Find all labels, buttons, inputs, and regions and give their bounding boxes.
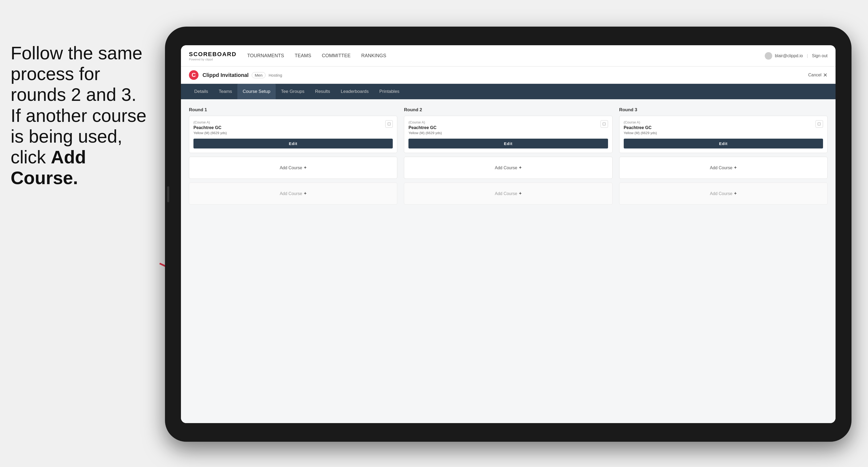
round-3-course-label: (Course A) bbox=[624, 120, 815, 124]
rounds-grid: Round 1 (Course A) Peachtree GC Yellow (… bbox=[189, 107, 828, 208]
tab-bar: Details Teams Course Setup Tee Groups Re… bbox=[181, 84, 836, 99]
tab-results[interactable]: Results bbox=[310, 84, 336, 99]
round-1-add-course-1[interactable]: Add Course + bbox=[189, 157, 397, 179]
logo-area: SCOREBOARD Powered by clippd bbox=[189, 51, 237, 61]
nav-committee[interactable]: COMMITTEE bbox=[322, 52, 351, 60]
round-1-course-card: (Course A) Peachtree GC Yellow (M) (6629… bbox=[189, 116, 397, 153]
round-1-label: Round 1 bbox=[189, 107, 397, 113]
tab-teams[interactable]: Teams bbox=[213, 84, 237, 99]
round-3-course-details: Yellow (M) (6629 yds) bbox=[624, 131, 815, 135]
scoreboard-logo: SCOREBOARD bbox=[189, 51, 237, 58]
cancel-button[interactable]: Cancel ✕ bbox=[808, 72, 828, 78]
add-course-label-1: Add Course bbox=[280, 165, 302, 170]
round-3-edit-button[interactable]: Edit bbox=[624, 138, 823, 149]
round-1-column: Round 1 (Course A) Peachtree GC Yellow (… bbox=[189, 107, 397, 208]
tablet-shell: SCOREBOARD Powered by clippd TOURNAMENTS… bbox=[165, 27, 851, 442]
round-3-add-course-1[interactable]: Add Course + bbox=[619, 157, 828, 179]
user-email: blair@clippd.io bbox=[775, 54, 803, 58]
round-2-edit-button[interactable]: Edit bbox=[408, 138, 608, 149]
round-1-add-course-2: Add Course + bbox=[189, 183, 397, 205]
round-3-label: Round 3 bbox=[619, 107, 828, 113]
instruction-text: Follow the same process for rounds 2 and… bbox=[0, 42, 165, 188]
main-content: Round 1 (Course A) Peachtree GC Yellow (… bbox=[181, 99, 836, 423]
round-2-add-course-label-1: Add Course bbox=[495, 165, 517, 170]
add-course-plus-icon-1: + bbox=[304, 165, 307, 170]
powered-by: Powered by clippd bbox=[189, 58, 237, 61]
nav-teams[interactable]: TEAMS bbox=[295, 52, 311, 60]
brand-logo: C bbox=[189, 70, 198, 80]
round-1-course-details: Yellow (M) (6629 yds) bbox=[193, 131, 385, 135]
add-course-label-2: Add Course bbox=[280, 191, 302, 196]
nav-rankings[interactable]: RANKINGS bbox=[361, 52, 386, 60]
round-2-course-label: (Course A) bbox=[408, 120, 600, 124]
sign-out-link[interactable]: Sign out bbox=[812, 54, 828, 58]
tournament-title: Clippd Invitational bbox=[203, 72, 249, 78]
round-3-add-course-2: Add Course + bbox=[619, 183, 828, 205]
round-1-edit-button[interactable]: Edit bbox=[193, 138, 393, 149]
round-2-course-card: (Course A) Peachtree GC Yellow (M) (6629… bbox=[404, 116, 612, 153]
add-course-plus-icon-2: + bbox=[304, 191, 307, 196]
round-1-delete-button[interactable]: ☐ bbox=[385, 120, 393, 128]
round-3-add-course-label-1: Add Course bbox=[710, 165, 733, 170]
top-nav: SCOREBOARD Powered by clippd TOURNAMENTS… bbox=[181, 45, 836, 66]
round-2-delete-button[interactable]: ☐ bbox=[600, 120, 608, 128]
round-3-column: Round 3 (Course A) Peachtree GC Yellow (… bbox=[619, 107, 828, 208]
round-3-add-course-plus-2: + bbox=[734, 191, 737, 196]
tab-tee-groups[interactable]: Tee Groups bbox=[276, 84, 310, 99]
round-2-add-course-plus-1: + bbox=[519, 165, 522, 170]
round-1-course-label: (Course A) bbox=[193, 120, 385, 124]
round-1-course-name: Peachtree GC bbox=[193, 125, 385, 130]
round-2-column: Round 2 (Course A) Peachtree GC Yellow (… bbox=[404, 107, 612, 208]
user-avatar bbox=[765, 52, 772, 60]
tournament-badge: Men bbox=[252, 72, 265, 78]
tab-leaderboards[interactable]: Leaderboards bbox=[336, 84, 374, 99]
hosting-label: Hosting bbox=[269, 73, 282, 77]
tab-details[interactable]: Details bbox=[189, 84, 213, 99]
sub-header: C Clippd Invitational Men Hosting Cancel… bbox=[181, 66, 836, 84]
round-2-course-name: Peachtree GC bbox=[408, 125, 600, 130]
round-2-add-course-label-2: Add Course bbox=[495, 191, 517, 196]
round-2-course-details: Yellow (M) (6629 yds) bbox=[408, 131, 600, 135]
round-3-add-course-label-2: Add Course bbox=[710, 191, 733, 196]
tab-printables[interactable]: Printables bbox=[374, 84, 405, 99]
tablet-screen: SCOREBOARD Powered by clippd TOURNAMENTS… bbox=[181, 45, 836, 423]
nav-right: blair@clippd.io | Sign out bbox=[765, 52, 828, 60]
nav-tournaments[interactable]: TOURNAMENTS bbox=[247, 52, 284, 60]
round-2-add-course-2: Add Course + bbox=[404, 183, 612, 205]
round-3-add-course-plus-1: + bbox=[734, 165, 737, 170]
round-2-add-course-plus-2: + bbox=[519, 191, 522, 196]
round-2-add-course-1[interactable]: Add Course + bbox=[404, 157, 612, 179]
tablet-button bbox=[167, 186, 169, 202]
main-nav: TOURNAMENTS TEAMS COMMITTEE RANKINGS bbox=[247, 52, 765, 60]
round-3-course-card: (Course A) Peachtree GC Yellow (M) (6629… bbox=[619, 116, 828, 153]
round-2-label: Round 2 bbox=[404, 107, 612, 113]
close-icon: ✕ bbox=[823, 72, 828, 78]
round-3-delete-button[interactable]: ☐ bbox=[815, 120, 823, 128]
round-3-course-name: Peachtree GC bbox=[624, 125, 815, 130]
tab-course-setup[interactable]: Course Setup bbox=[237, 84, 276, 99]
